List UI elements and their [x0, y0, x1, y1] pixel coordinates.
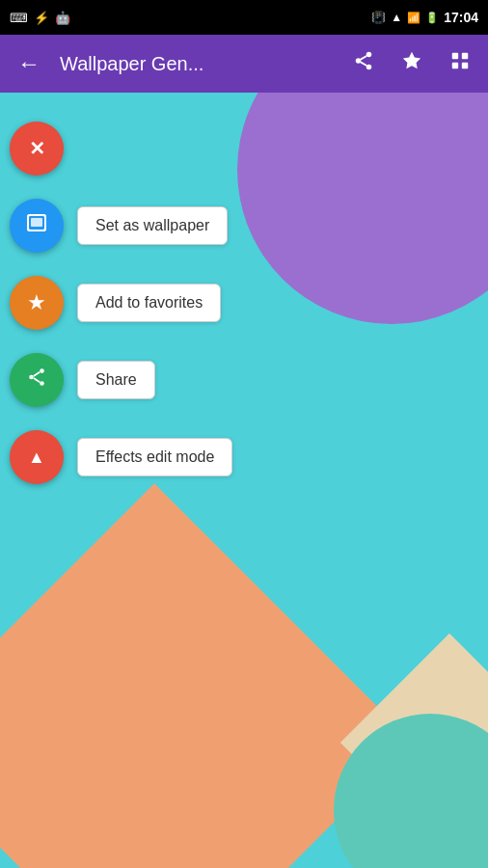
- set-wallpaper-circle-button[interactable]: [10, 199, 64, 253]
- add-favorites-circle-button[interactable]: ★: [10, 276, 64, 330]
- svg-line-16: [34, 378, 40, 382]
- set-wallpaper-row: Set as wallpaper: [0, 199, 228, 253]
- status-bar-right: 📳 ▲ 📶 🔋 17:04: [371, 10, 478, 25]
- signal-icon: 📶: [407, 12, 420, 24]
- svg-point-15: [40, 381, 44, 386]
- effects-circle-button[interactable]: ▲: [10, 430, 64, 484]
- clock: 17:04: [444, 10, 478, 25]
- status-bar-left: ⌨ ⚡ 🤖: [10, 11, 70, 25]
- close-icon: ✕: [29, 137, 45, 160]
- toolbar-title: Wallpaper Gen...: [60, 53, 334, 75]
- battery-icon: 🔋: [425, 12, 439, 24]
- back-button[interactable]: ←: [10, 42, 48, 85]
- effects-edit-row: ▲ Effects edit mode: [0, 430, 232, 484]
- gallery-button[interactable]: [442, 42, 478, 85]
- effects-label-button[interactable]: Effects edit mode: [77, 438, 232, 476]
- svg-line-4: [361, 56, 366, 60]
- vibrate-icon: 📳: [371, 11, 386, 24]
- svg-rect-12: [31, 218, 42, 227]
- svg-rect-9: [462, 63, 468, 68]
- add-favorites-row: ★ Add to favorites: [0, 276, 221, 330]
- close-button[interactable]: ✕: [10, 122, 64, 176]
- usb-icon: ⚡: [34, 11, 49, 25]
- share-circle-button[interactable]: [10, 353, 64, 407]
- wallpaper-icon: [25, 211, 48, 240]
- android-icon: 🤖: [55, 11, 70, 25]
- svg-point-2: [366, 65, 372, 70]
- star-icon: ★: [27, 290, 46, 315]
- set-wallpaper-label-button[interactable]: Set as wallpaper: [77, 206, 228, 245]
- svg-marker-5: [403, 52, 420, 68]
- svg-rect-6: [452, 53, 458, 59]
- status-bar: ⌨ ⚡ 🤖 📳 ▲ 📶 🔋 17:04: [0, 0, 488, 35]
- svg-point-1: [356, 58, 362, 64]
- toolbar: ← Wallpaper Gen...: [0, 35, 488, 93]
- svg-line-17: [34, 372, 40, 376]
- main-content: ✕ Set as wallpaper ★ Add to favorites: [0, 93, 488, 868]
- effects-icon: ▲: [28, 448, 45, 468]
- svg-point-0: [366, 52, 372, 58]
- svg-line-3: [361, 62, 366, 66]
- favorite-button[interactable]: [393, 42, 430, 85]
- svg-point-14: [29, 375, 34, 380]
- share-button[interactable]: [345, 42, 382, 85]
- add-favorites-label-button[interactable]: Add to favorites: [77, 284, 221, 322]
- close-action-row: ✕: [0, 122, 64, 176]
- svg-rect-7: [462, 53, 468, 59]
- svg-rect-8: [452, 63, 458, 68]
- share-label-button[interactable]: Share: [77, 361, 155, 399]
- share-icon: [26, 366, 47, 393]
- code-icon: ⌨: [10, 11, 28, 25]
- share-row: Share: [0, 353, 155, 407]
- svg-point-13: [40, 368, 44, 373]
- wifi-icon: ▲: [391, 11, 402, 24]
